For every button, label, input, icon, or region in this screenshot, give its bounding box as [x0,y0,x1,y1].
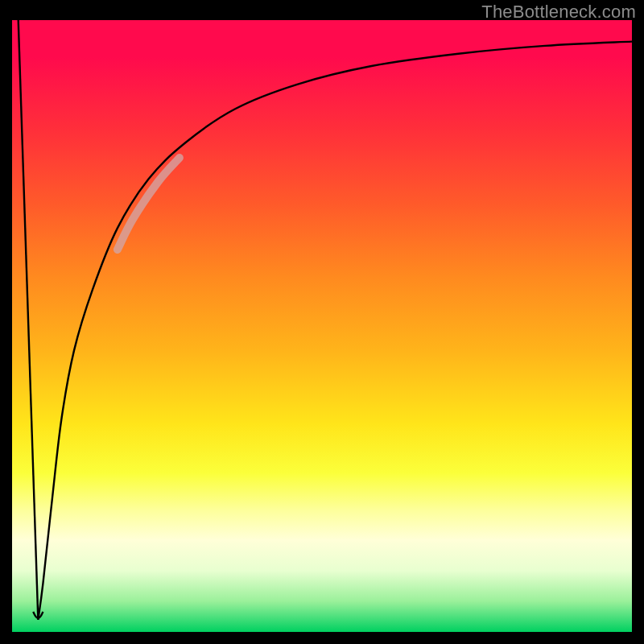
watermark-text: TheBottleneck.com [481,2,636,23]
descending-edge-path [19,20,39,620]
plot-area [12,20,632,632]
highlight-path [118,158,180,250]
chart-frame: TheBottleneck.com [0,0,644,644]
curve-svg [12,20,632,632]
rising-curve-path [38,42,632,620]
